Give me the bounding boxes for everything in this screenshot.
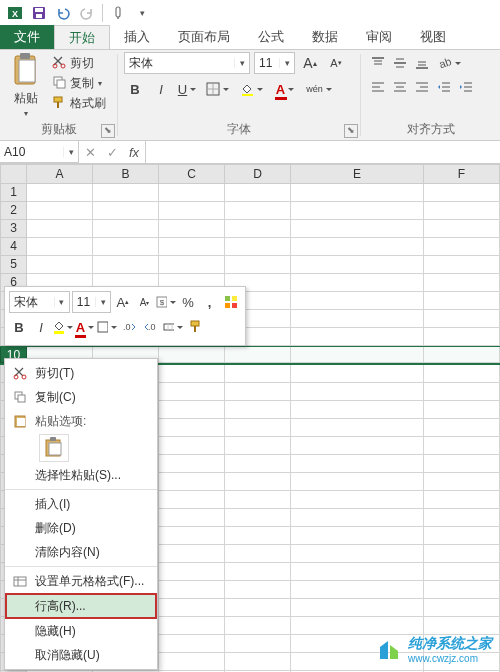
cell[interactable] xyxy=(424,292,500,310)
borders-button[interactable] xyxy=(202,78,232,100)
cell[interactable] xyxy=(27,184,93,202)
cell[interactable] xyxy=(424,310,500,328)
mini-font-size[interactable]: 11▾ xyxy=(72,291,111,313)
cell[interactable] xyxy=(291,220,424,238)
menu-delete[interactable]: 删除(D) xyxy=(5,516,157,540)
paste-button[interactable]: 粘贴 ▾ xyxy=(6,52,46,118)
mini-borders-button[interactable] xyxy=(97,317,117,337)
mini-bold-button[interactable]: B xyxy=(9,317,29,337)
row-header[interactable]: 3 xyxy=(0,220,27,238)
menu-format-cells[interactable]: 设置单元格格式(F)... xyxy=(5,569,157,593)
fill-color-button[interactable] xyxy=(236,78,266,100)
row-header[interactable]: 2 xyxy=(0,202,27,220)
save-icon[interactable] xyxy=(28,2,50,24)
mini-fill-color-button[interactable] xyxy=(53,317,73,337)
menu-unhide[interactable]: 取消隐藏(U) xyxy=(5,643,157,667)
column-header[interactable]: B xyxy=(93,164,159,184)
decrease-indent-button[interactable] xyxy=(433,76,455,98)
fx-icon[interactable]: fx xyxy=(123,145,145,160)
font-size-combo[interactable]: 11 ▾ xyxy=(254,52,295,74)
orientation-button[interactable]: ab xyxy=(433,52,463,74)
cell[interactable] xyxy=(225,220,291,238)
row-header[interactable]: 1 xyxy=(0,184,27,202)
menu-row-height[interactable]: 行高(R)... xyxy=(5,593,157,619)
tab-page-layout[interactable]: 页面布局 xyxy=(164,25,244,49)
cut-button[interactable]: 剪切 xyxy=(52,54,106,72)
shrink-font-button[interactable]: A▾ xyxy=(325,52,347,74)
cell[interactable] xyxy=(225,653,291,671)
menu-clear-contents[interactable]: 清除内容(N) xyxy=(5,540,157,564)
cell[interactable] xyxy=(159,238,225,256)
menu-paste-special[interactable]: 选择性粘贴(S)... xyxy=(5,463,157,487)
mini-increase-decimal-button[interactable]: .0 xyxy=(119,317,139,337)
italic-button[interactable]: I xyxy=(150,78,172,100)
cell[interactable] xyxy=(291,202,424,220)
mini-percent-button[interactable]: % xyxy=(178,292,198,312)
cell[interactable] xyxy=(424,238,500,256)
qat-customize-icon[interactable]: ▾ xyxy=(131,2,153,24)
cell[interactable] xyxy=(93,184,159,202)
tab-file[interactable]: 文件 xyxy=(0,25,54,49)
mini-shrink-font[interactable]: A▾ xyxy=(135,292,155,312)
align-middle-button[interactable] xyxy=(389,52,411,74)
cell[interactable] xyxy=(424,220,500,238)
cell[interactable] xyxy=(424,274,500,292)
align-top-button[interactable] xyxy=(367,52,389,74)
font-launcher-icon[interactable]: ⬊ xyxy=(344,124,358,138)
cell[interactable] xyxy=(291,238,424,256)
cell[interactable] xyxy=(93,256,159,274)
font-color-button[interactable]: A xyxy=(270,78,300,100)
tab-home[interactable]: 开始 xyxy=(54,25,110,50)
cell[interactable] xyxy=(159,256,225,274)
cell[interactable] xyxy=(159,220,225,238)
cell[interactable] xyxy=(424,202,500,220)
undo-icon[interactable] xyxy=(52,2,74,24)
align-left-button[interactable] xyxy=(367,76,389,98)
cancel-formula-icon[interactable]: ✕ xyxy=(79,145,101,160)
menu-paste-option-item[interactable] xyxy=(5,433,157,463)
grow-font-button[interactable]: A▴ xyxy=(299,52,321,74)
align-right-button[interactable] xyxy=(411,76,433,98)
format-painter-button[interactable]: 格式刷 xyxy=(52,94,106,112)
cell[interactable] xyxy=(424,184,500,202)
font-name-combo[interactable]: 宋体 ▾ xyxy=(124,52,250,74)
column-header[interactable]: D xyxy=(225,164,291,184)
row-header[interactable]: 4 xyxy=(0,238,27,256)
mini-format-painter-button[interactable] xyxy=(185,317,205,337)
cell[interactable] xyxy=(424,328,500,346)
menu-cut[interactable]: 剪切(T) xyxy=(5,361,157,385)
cell[interactable] xyxy=(27,220,93,238)
menu-copy[interactable]: 复制(C) xyxy=(5,385,157,409)
touch-mode-icon[interactable] xyxy=(107,2,129,24)
cell[interactable] xyxy=(159,653,225,671)
underline-button[interactable]: U xyxy=(176,78,198,100)
cell[interactable] xyxy=(225,202,291,220)
column-header[interactable]: C xyxy=(159,164,225,184)
column-header[interactable]: A xyxy=(27,164,93,184)
cell[interactable] xyxy=(27,256,93,274)
mini-accounting-format[interactable]: $ xyxy=(156,292,176,312)
paste-dropdown-icon[interactable]: ▾ xyxy=(24,109,28,118)
cell[interactable] xyxy=(27,202,93,220)
cell[interactable] xyxy=(291,256,424,274)
cell[interactable] xyxy=(291,310,424,328)
align-center-button[interactable] xyxy=(389,76,411,98)
column-header[interactable]: E xyxy=(291,164,424,184)
mini-grow-font[interactable]: A▴ xyxy=(113,292,133,312)
cell[interactable] xyxy=(424,256,500,274)
mini-font-name[interactable]: 宋体▾ xyxy=(9,291,70,313)
menu-insert[interactable]: 插入(I) xyxy=(5,492,157,516)
bold-button[interactable]: B xyxy=(124,78,146,100)
cell[interactable] xyxy=(291,184,424,202)
cell[interactable] xyxy=(225,238,291,256)
cell[interactable] xyxy=(225,256,291,274)
cell[interactable] xyxy=(291,292,424,310)
name-box[interactable]: A10 ▾ xyxy=(0,141,79,163)
copy-button[interactable]: 复制 ▾ xyxy=(52,74,106,92)
phonetic-guide-button[interactable]: wén xyxy=(304,78,334,100)
cell[interactable] xyxy=(93,220,159,238)
tab-data[interactable]: 数据 xyxy=(298,25,352,49)
mini-cell-styles-icon[interactable] xyxy=(221,292,241,312)
tab-insert[interactable]: 插入 xyxy=(110,25,164,49)
clipboard-launcher-icon[interactable]: ⬊ xyxy=(101,124,115,138)
